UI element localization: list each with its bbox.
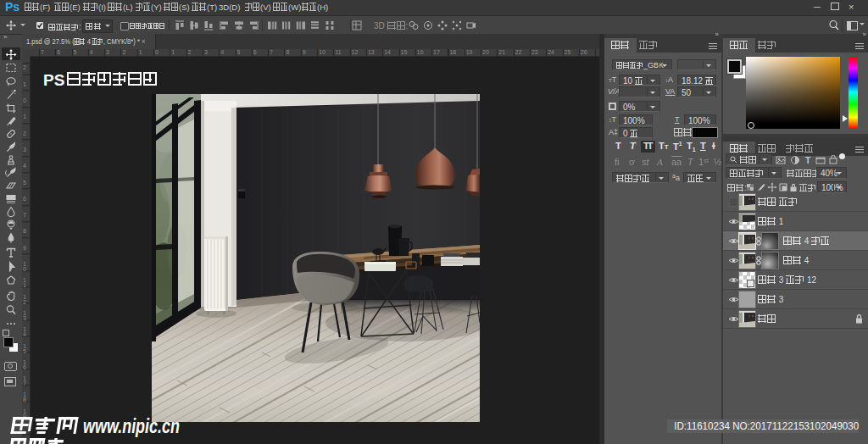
svg-text:T: T	[805, 155, 811, 165]
